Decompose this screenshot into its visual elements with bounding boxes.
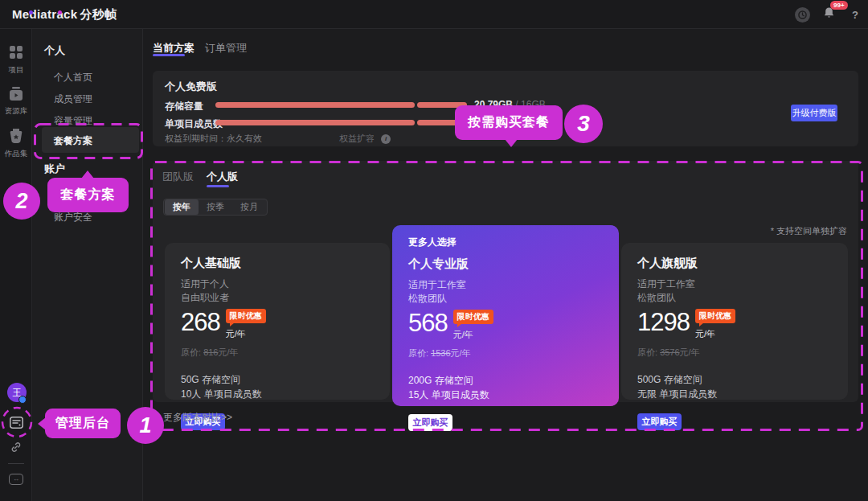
sidebar-item-personal-home[interactable]: 个人首页	[54, 71, 92, 84]
plan-features: 50G 存储空间10人 单项目成员数	[181, 372, 374, 401]
discount-badge: 限时优惠	[695, 309, 735, 323]
callout-arrow-up	[81, 170, 94, 179]
callout-label: 管理后台	[55, 415, 110, 432]
logo-text-en: Mediatrack	[12, 7, 77, 21]
portfolio-icon	[10, 129, 23, 143]
price-unit: 元/年	[695, 328, 715, 340]
sidebar-item-plan-packages[interactable]: 套餐方案	[42, 127, 139, 153]
sidebar-item-member-mgmt[interactable]: 成员管理	[54, 92, 92, 106]
sidebar-group-personal: 个人	[44, 43, 65, 58]
rail-item-projects[interactable]: 项目	[0, 45, 32, 76]
pricing-section: 团队版 个人版 按年 按季 按月 * 支持空间单独扩容 个人基础版 适用于个人自…	[153, 161, 858, 402]
plan-features: 200G 存储空间15人 单项目成员数	[408, 373, 603, 402]
logo-dot-purple-icon	[29, 10, 33, 14]
plan-price: 268	[181, 309, 220, 336]
tab-order-management[interactable]: 订单管理	[205, 41, 247, 55]
period-monthly[interactable]: 按月	[232, 199, 266, 215]
members-label: 单项目成员数	[165, 117, 223, 131]
plan-title: 个人专业版	[408, 257, 603, 272]
link-icon	[10, 441, 22, 453]
members-bar-segment	[215, 120, 415, 125]
billing-period-toggle: 按年 按季 按月	[163, 199, 268, 216]
tab-personal-edition[interactable]: 个人版	[207, 170, 238, 184]
annotation-callout-admin-console: 管理后台	[45, 409, 121, 438]
original-price: 原价: 816元/年	[181, 347, 374, 359]
link-button[interactable]	[10, 441, 22, 453]
plan-price-row: 268 限时优惠 元/年	[181, 309, 374, 343]
grid-icon	[9, 45, 23, 60]
callout-arrow-down	[505, 139, 518, 147]
callout-label: 按需购买套餐	[468, 114, 550, 131]
buy-now-button[interactable]: 立即购买	[637, 413, 682, 430]
plan-price-row: 568 限时优惠 元/年	[408, 310, 603, 343]
notification-count-badge: 99+	[830, 1, 848, 10]
original-price: 原价: 1536元/年	[408, 347, 603, 359]
rail-label: 项目	[0, 65, 32, 76]
rail-label: 作品集	[0, 149, 32, 159]
rail-label: 资源库	[0, 106, 32, 117]
plan-card-pro: 更多人选择 个人专业版 适用于工作室松散团队 568 限时优惠 元/年 原价: …	[392, 225, 619, 406]
sidebar-item-capacity-mgmt[interactable]: 容量管理	[54, 114, 92, 128]
price-unit: 元/年	[226, 328, 246, 340]
original-price: 原价: 3576元/年	[637, 347, 832, 359]
annotation-step-2-badge: 2	[3, 183, 40, 220]
popular-choice-label: 更多人选择	[408, 236, 603, 249]
callout-arrow-left	[38, 417, 46, 430]
plan-price: 1298	[637, 309, 690, 336]
topbar: Mediatrack分秒帧 99+ ?	[0, 0, 868, 29]
logo-dot-magenta-icon	[58, 10, 62, 14]
tab-active-underline	[153, 54, 185, 56]
sidebar-item-label: 套餐方案	[54, 134, 92, 148]
avatar-status-badge	[18, 396, 27, 404]
rail-divider	[8, 463, 24, 464]
notifications-bell[interactable]: 99+	[823, 6, 839, 23]
rights-expand-link[interactable]: 权益扩容	[339, 133, 375, 145]
plan-expiry-row: 权益到期时间：永久有效 权益扩容 i	[165, 133, 391, 145]
pricing-tab-underline	[207, 185, 229, 187]
members-usage-bar	[215, 120, 467, 125]
annotation-step-1-badge: 1	[127, 407, 164, 444]
discount-badge: 限时优惠	[226, 309, 266, 323]
admin-console-icon	[10, 417, 23, 429]
app-logo: Mediatrack分秒帧	[12, 7, 117, 23]
period-yearly[interactable]: 按年	[165, 199, 199, 215]
rail-item-library[interactable]: 资源库	[0, 87, 32, 117]
help-icon[interactable]: ?	[852, 9, 858, 21]
more-versions-link[interactable]: 更多版本对比>>	[163, 411, 232, 425]
plan-features: 500G 存储空间无限 单项目成员数	[637, 372, 832, 401]
annotation-step-3-badge: 3	[564, 105, 603, 143]
app-window: Mediatrack分秒帧 99+ ? 项目 资源库 作品集 王	[0, 0, 868, 501]
logo-text-cn: 分秒帧	[80, 7, 117, 21]
plan-audience: 适用于工作室松散团队	[408, 278, 603, 306]
collapse-sidebar-button[interactable]: ↔	[9, 474, 23, 485]
storage-usage-bar	[215, 102, 467, 108]
storage-label: 存储容量	[165, 100, 203, 113]
plan-price-row: 1298 限时优惠 元/年	[637, 309, 832, 343]
annotation-callout-plan-packages: 套餐方案	[47, 178, 129, 212]
annotation-callout-buy-packages: 按需购买套餐	[455, 105, 563, 140]
tab-team-edition[interactable]: 团队版	[162, 170, 194, 184]
upgrade-paid-button[interactable]: 升级付费版	[791, 105, 837, 121]
left-rail: 项目 资源库 作品集 王 ↔	[0, 29, 32, 501]
sidebar-item-account-security[interactable]: 账户安全	[54, 211, 92, 224]
plan-audience: 适用于个人自由职业者	[181, 277, 374, 305]
admin-console-button[interactable]	[10, 417, 23, 429]
plan-title: 个人基础版	[181, 256, 374, 271]
plan-card-flagship: 个人旗舰版 适用于工作室松散团队 1298 限时优惠 元/年 原价: 3576元…	[621, 243, 848, 400]
plan-audience: 适用于工作室松散团队	[637, 277, 832, 305]
expiry-text: 权益到期时间：永久有效	[165, 133, 262, 145]
period-quarterly[interactable]: 按季	[199, 199, 232, 215]
price-unit: 元/年	[453, 329, 473, 341]
rail-item-portfolio[interactable]: 作品集	[0, 129, 32, 159]
plan-price: 568	[408, 310, 448, 337]
plan-title: 个人旗舰版	[637, 256, 832, 271]
avatar[interactable]: 王	[7, 383, 27, 402]
info-icon[interactable]: i	[381, 134, 391, 144]
buy-now-button[interactable]: 立即购买	[408, 414, 452, 431]
callout-label: 套餐方案	[61, 187, 116, 203]
free-plan-title: 个人免费版	[165, 80, 217, 94]
sidebar-group-account: 账户	[44, 162, 65, 176]
clock-icon[interactable]	[795, 7, 810, 23]
discount-badge: 限时优惠	[453, 310, 493, 324]
storage-expand-note: * 支持空间单独扩容	[771, 225, 847, 237]
